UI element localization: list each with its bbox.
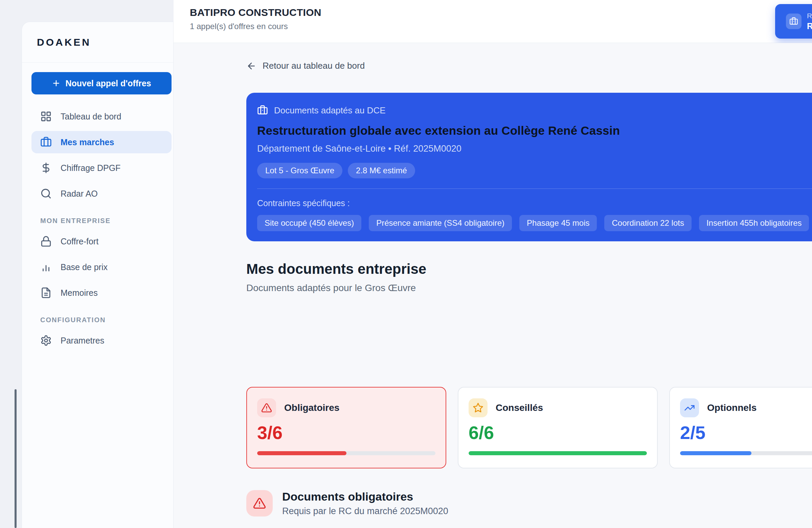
sidebar-item-coffre-fort[interactable]: Coffre-fort (31, 230, 172, 253)
stat-value: 3/6 (257, 424, 435, 442)
sidebar-item-label: Radar AO (61, 189, 98, 199)
main-content: Retour au tableau de bord Documents adap… (174, 43, 812, 528)
bar-chart-icon (40, 261, 52, 273)
logo-row: DOAKEN (22, 22, 173, 62)
dollar-icon (40, 162, 52, 174)
tender-card: Documents adaptés au DCE Restructuration… (246, 93, 812, 241)
sidebar-item-label: Memoires (61, 288, 98, 298)
stat-top: Optionnels (680, 398, 812, 417)
constraints-list: Site occupé (450 élèves) Présence amiant… (257, 215, 812, 231)
divider (257, 188, 812, 189)
stat-value: 6/6 (468, 424, 647, 442)
progress-bar (468, 451, 647, 455)
gear-icon (40, 335, 52, 346)
section-label-mon-entreprise: MON ENTREPRISE (40, 217, 172, 225)
sidebar-body: Nouvel appel d'offres Tableau de bord Me… (22, 62, 173, 352)
stat-label: Conseillés (496, 402, 543, 413)
file-icon (40, 287, 52, 299)
back-link-label: Retour au tableau de bord (263, 61, 365, 71)
tag-budget: 2.8 M€ estimé (348, 163, 415, 179)
company-subtitle: 1 appel(s) d'offres en cours (190, 22, 812, 31)
progress-fill (468, 451, 647, 455)
constraints-label: Contraintes spécifiques : (257, 198, 812, 208)
tender-tags: Lot 5 - Gros Œuvre 2.8 M€ estimé (257, 163, 812, 179)
stat-card-conseilles[interactable]: Conseillés 6/6 (458, 387, 658, 468)
sidebar-item-parametres[interactable]: Parametres (31, 329, 172, 352)
sidebar: DOAKEN Nouvel appel d'offres Tableau de … (21, 22, 174, 528)
arrow-left-icon (246, 61, 257, 71)
briefcase-icon (786, 14, 801, 29)
stat-value: 2/5 (680, 424, 812, 442)
star-icon (468, 398, 488, 417)
page-subtitle: Documents adaptés pour le Gros Œuvre (246, 283, 812, 294)
obligatory-section-text: Documents obligatoires Requis par le RC … (282, 490, 448, 516)
back-to-dashboard-link[interactable]: Retour au tableau de bord (246, 61, 812, 71)
constraint-pill: Insertion 455h obligatoires (699, 215, 809, 231)
new-tender-button[interactable]: Nouvel appel d'offres (31, 72, 172, 95)
constraint-pill: Coordination 22 lots (604, 215, 691, 231)
obligatory-section-title: Documents obligatoires (282, 490, 448, 503)
new-tender-label: Nouvel appel d'offres (65, 79, 151, 88)
cta-line1: R (807, 12, 812, 20)
cta-text: R R (807, 12, 812, 31)
tender-subtitle: Département de Saône-et-Loire • Réf. 202… (257, 143, 812, 154)
grid-icon (40, 111, 52, 122)
briefcase-icon (40, 137, 52, 148)
constraint-pill: Site occupé (450 élèves) (257, 215, 361, 231)
stat-card-optionnels[interactable]: Optionnels 2/5 (669, 387, 812, 468)
page-header: BATIPRO CONSTRUCTION 1 appel(s) d'offres… (174, 0, 812, 43)
constraint-pill: Présence amiante (SS4 obligatoire) (369, 215, 512, 231)
progress-bar (680, 451, 812, 455)
stat-label: Optionnels (707, 402, 756, 413)
stat-top: Obligatoires (257, 398, 435, 417)
plus-icon (52, 79, 61, 88)
sidebar-item-label: Coffre-fort (61, 237, 99, 246)
sidebar-item-mes-marches[interactable]: Mes marches (31, 131, 172, 153)
progress-fill (680, 451, 751, 455)
alert-triangle-icon (246, 490, 273, 516)
stat-label: Obligatoires (284, 402, 339, 413)
sidebar-item-memoires[interactable]: Memoires (31, 282, 172, 304)
tag-lot: Lot 5 - Gros Œuvre (257, 163, 343, 179)
tender-eyebrow-label: Documents adaptés au DCE (274, 105, 386, 116)
sidebar-item-base-de-prix[interactable]: Base de prix (31, 256, 172, 278)
sidebar-item-label: Chiffrage DPGF (61, 163, 120, 173)
cta-line2: R (807, 21, 812, 31)
stat-card-obligatoires[interactable]: Obligatoires 3/6 (246, 387, 446, 468)
progress-fill (257, 451, 346, 455)
sidebar-item-label: Mes marches (61, 138, 114, 147)
alert-triangle-icon (257, 398, 276, 417)
stat-top: Conseillés (468, 398, 647, 417)
search-icon (40, 188, 52, 199)
stats-row: Obligatoires 3/6 Conseillés 6/6 (246, 387, 812, 468)
briefcase-icon (257, 105, 268, 116)
obligatory-section-subtitle: Requis par le RC du marché 2025M0020 (282, 506, 448, 516)
lock-icon (40, 236, 52, 247)
trending-up-icon (680, 398, 699, 417)
tender-eyebrow: Documents adaptés au DCE (257, 105, 812, 116)
tender-title: Restructuration globale avec extension a… (257, 124, 812, 138)
sidebar-item-label: Tableau de bord (61, 112, 121, 122)
sidebar-item-chiffrage-dpgf[interactable]: Chiffrage DPGF (31, 157, 172, 179)
sidebar-item-radar-ao[interactable]: Radar AO (31, 183, 172, 205)
header-cta-button[interactable]: R R (775, 4, 812, 39)
sidebar-item-label: Parametres (61, 336, 104, 345)
brand-logo: DOAKEN (37, 37, 91, 48)
sidebar-item-label: Base de prix (61, 262, 107, 272)
section-label-configuration: CONFIGURATION (40, 316, 172, 324)
constraint-pill: Phasage 45 mois (519, 215, 597, 231)
obligatory-section-header: Documents obligatoires Requis par le RC … (246, 490, 812, 516)
page-title: Mes documents entreprise (246, 261, 812, 277)
progress-bar (257, 451, 435, 455)
sidebar-item-tableau-de-bord[interactable]: Tableau de bord (31, 105, 172, 128)
scrollbar-thumb[interactable] (15, 389, 17, 528)
company-title: BATIPRO CONSTRUCTION (190, 7, 812, 18)
